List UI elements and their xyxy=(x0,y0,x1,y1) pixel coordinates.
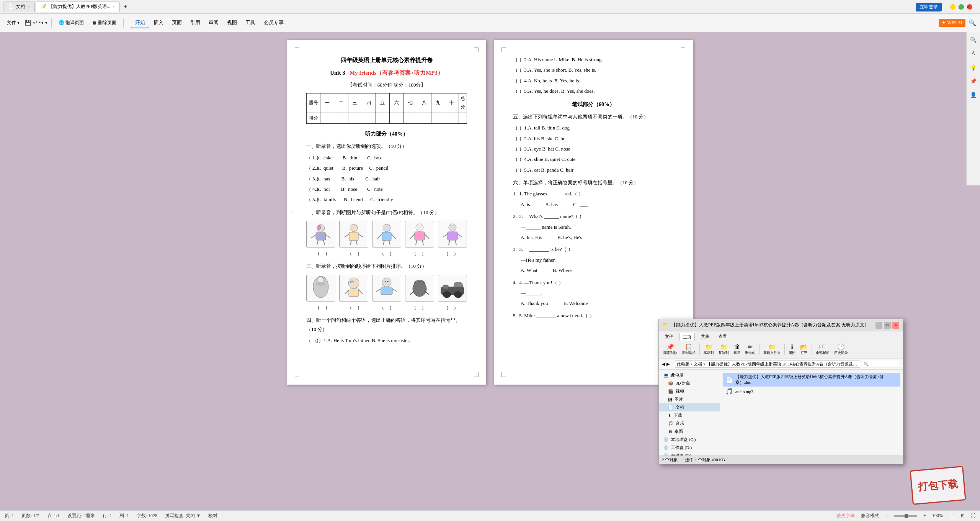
sidebar-icon-4[interactable]: 📌 xyxy=(969,77,978,86)
part5-r4: （ ）4.A. shoe B. quiet C. cute xyxy=(513,155,674,164)
fe-action-move[interactable]: 📁 移动到 xyxy=(702,342,715,356)
fe-item-music[interactable]: 🎵 音乐 xyxy=(659,419,720,428)
fe-item-computer[interactable]: 💻 此电脑 xyxy=(659,371,720,379)
fe-action-open[interactable]: 📂 打开 xyxy=(799,342,809,356)
close-button[interactable]: × xyxy=(967,4,972,10)
tab-area: 📄 文档 × 📝 【能力提优】人教PEP版英语... × + xyxy=(3,0,130,13)
minimize-button[interactable]: ─ xyxy=(950,4,956,10)
part6-s2a: A. his; His xyxy=(521,233,542,242)
divider-1 xyxy=(51,18,52,28)
undo-icon[interactable]: ↩ xyxy=(33,20,38,26)
score-val-1 xyxy=(320,113,334,124)
sidebar-icon-3[interactable]: 💡 xyxy=(969,63,978,72)
fe-action-pin[interactable]: 📌 固定到快 xyxy=(662,342,679,356)
fe-item-documents[interactable]: 📄 文档 xyxy=(659,403,720,411)
menu-file[interactable]: 文件 ▾ xyxy=(4,18,23,28)
desktop-icon: 🖥 xyxy=(668,429,672,434)
save-icon[interactable]: 💾 xyxy=(25,20,31,26)
ribbon-tab-view[interactable]: 视图 xyxy=(223,18,241,28)
ribbon-tab-review[interactable]: 审阅 xyxy=(205,18,222,28)
ribbon-tab-member[interactable]: 会员专享 xyxy=(260,18,287,28)
fe-search-input-area[interactable]: 🔍 xyxy=(862,361,900,367)
fe-maximize-btn[interactable]: □ xyxy=(884,322,891,329)
ribbon-tab-references[interactable]: 引用 xyxy=(186,18,204,28)
maximize-button[interactable]: □ xyxy=(959,4,964,10)
fe-file-mp3[interactable]: 🎵 audio.mp3 xyxy=(723,387,900,396)
tab-main[interactable]: 📝 【能力提优】人教PEP版英语... × xyxy=(36,2,120,12)
status-compat: 兼容模式 xyxy=(861,513,879,519)
fe-forward-btn[interactable]: ▶ xyxy=(666,362,670,367)
quick-access-dropdown[interactable]: ▾ xyxy=(45,20,47,25)
zoom-slider[interactable] xyxy=(894,515,917,517)
sidebar-icon-5[interactable]: 👤 xyxy=(969,90,978,100)
part5-r1-text: （ ）1.A. tall B. thin C. dog xyxy=(513,123,570,132)
fe-up-btn[interactable]: ↑ xyxy=(671,362,673,367)
register-button[interactable]: 立即登录 xyxy=(916,3,942,11)
fe-item-driveC[interactable]: 💿 本地磁盘 (C:) xyxy=(659,436,720,444)
fe-action-mail-label: 全部邮箱 xyxy=(816,351,830,356)
fe-item-video[interactable]: 🎬 视频 xyxy=(659,387,720,395)
svg-line-4 xyxy=(317,240,318,245)
fe-tab-home[interactable]: 主页 xyxy=(679,333,695,341)
part6-s4a: A. Thank you xyxy=(521,299,548,308)
fe-action-new-folder[interactable]: 📁 新建文件夹 xyxy=(762,342,782,356)
view-multi-icon[interactable]: ⊞ xyxy=(961,513,965,519)
part4-q1-text: （ ）1.A. He is Tom's father. B. She is my… xyxy=(312,336,410,345)
view-page-icon[interactable]: 📄 xyxy=(949,513,955,519)
fe-file-doc[interactable]: 📄 【能力提优】人教PEP版四年级上册英语Unit3核心素养提升A卷（含听力音频… xyxy=(723,373,900,387)
tab-doc-close[interactable]: × xyxy=(28,5,30,9)
fe-item-driveD[interactable]: 💿 工作盘 (D:) xyxy=(659,444,720,452)
fe-item-downloads[interactable]: ⬇ 下载 xyxy=(659,411,720,419)
fe-tab-share[interactable]: 共享 xyxy=(698,333,712,341)
sidebar-icon-2[interactable]: A xyxy=(969,49,978,58)
status-section: 节: 1/1 xyxy=(47,513,60,519)
fe-action-rename[interactable]: ✏ 重命名 xyxy=(743,342,757,356)
fe-action-history[interactable]: 🕐 历史记录 xyxy=(833,342,849,356)
doc-time: 【考试时间：60分钟 满分：100分】 xyxy=(306,80,467,89)
ribbon-tab-tools[interactable]: 工具 xyxy=(242,18,259,28)
fe-close-btn[interactable]: × xyxy=(892,322,899,329)
status-review[interactable]: 校对 xyxy=(208,513,217,519)
status-font-warning[interactable]: 缺失字体 xyxy=(836,513,855,519)
part5-r1: （ ）1.A. tall B. thin C. dog xyxy=(513,123,674,132)
download-stamp[interactable]: 打包下载 xyxy=(910,466,966,505)
fe-action-properties[interactable]: ℹ 属性 xyxy=(787,342,797,356)
fe-action-copy-path[interactable]: 📋 复制路径 xyxy=(680,342,697,356)
delete-page-btn[interactable]: 🗑 删除页面 xyxy=(89,18,119,28)
zoom-in-btn[interactable]: + xyxy=(923,513,926,519)
score-header-11: 总分 xyxy=(459,93,467,113)
ribbon-tab-insert[interactable]: 插入 xyxy=(150,18,167,28)
fe-tab-file[interactable]: 文件 xyxy=(662,333,676,341)
translate-btn[interactable]: 🌐 翻译页面 xyxy=(56,18,87,28)
fe-item-3d[interactable]: 📦 3D 对象 xyxy=(659,379,720,387)
fe-item-pictures[interactable]: 🖼 图片 xyxy=(659,395,720,403)
status-spell[interactable]: 拼写检查: 关闭 ▼ xyxy=(165,513,201,519)
fe-item-desktop[interactable]: 🖥 桌面 xyxy=(659,428,720,436)
tab-doc[interactable]: 📄 文档 × xyxy=(3,2,35,12)
fe-action-delete[interactable]: 🗑 删除 xyxy=(732,342,742,356)
fe-action-copy-path-label: 复制路径 xyxy=(682,351,696,356)
redo-icon[interactable]: ↪ xyxy=(39,20,44,26)
fe-item-driveE[interactable]: 💿 老磁盘 (E:) xyxy=(659,452,720,455)
fe-back-btn[interactable]: ◀ xyxy=(662,362,665,367)
ribbon-tab-home[interactable]: 开始 xyxy=(131,18,149,28)
new-tab-button[interactable]: + xyxy=(121,2,130,12)
fe-tab-view[interactable]: 查看 xyxy=(715,333,730,341)
zoom-out-btn[interactable]: − xyxy=(885,513,888,519)
part2-img-2 xyxy=(339,221,368,247)
sidebar-icon-1[interactable]: 🔍 xyxy=(969,35,978,44)
tab-main-close[interactable]: × xyxy=(113,5,115,9)
score-header-8: 八 xyxy=(417,93,431,113)
fe-action-copy[interactable]: 📁 复制到 xyxy=(717,342,730,356)
part6-group: 六、单项选择，将正确答案的标号填在括号里。（10 分） 1. 1. The gl… xyxy=(513,178,674,320)
fe-action-mail[interactable]: 📧 全部邮箱 xyxy=(814,342,831,356)
fe-minimize-btn[interactable]: ─ xyxy=(875,322,882,329)
ribbon-tab-page[interactable]: 页面 xyxy=(168,18,186,28)
fe-status-count: 2 个对象 xyxy=(662,457,678,463)
fe-file-doc-name: 【能力提优】人教PEP版四年级上册英语Unit3核心素养提升A卷（含听力音频+答… xyxy=(735,374,898,385)
status-col: 列: 1 xyxy=(119,513,129,519)
search-button[interactable]: 🔍 xyxy=(969,19,976,26)
svg-line-18 xyxy=(389,241,390,245)
wps-ai-button[interactable]: ✦ WPS AI xyxy=(939,19,965,27)
view-full-icon[interactable]: ⛶ xyxy=(971,513,975,519)
